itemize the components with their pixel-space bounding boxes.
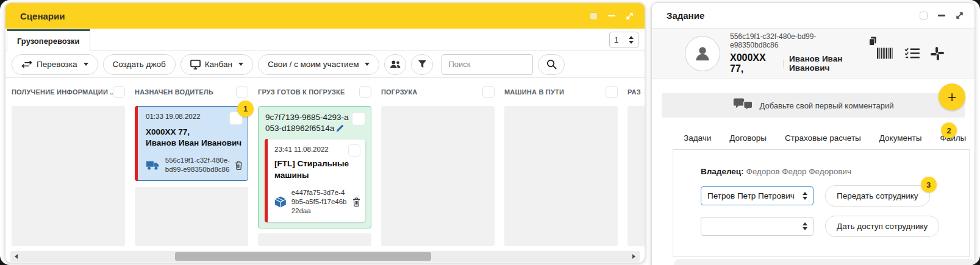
- slack-icon[interactable]: [931, 47, 944, 60]
- task-id: 556c19f1-c32f-480e-bd99-e98350bd8c86: [730, 32, 864, 49]
- barcode-icon[interactable]: [877, 48, 893, 59]
- tab-tasks[interactable]: Задачи: [684, 133, 711, 149]
- card-timestamp: 01:33 19.08.2022: [146, 111, 201, 120]
- package-icon: [274, 196, 287, 208]
- card-cargo-title: [FTL] Стиральные машины: [274, 158, 360, 180]
- cargo-group-card[interactable]: 9c7f7139-9685-4293-a053-d18962f6514a 23:…: [258, 106, 371, 228]
- column-title: МАШИНА В ПУТИ: [504, 88, 564, 96]
- filter-funnel-icon: [418, 60, 427, 69]
- task-tabs: Задачи Договоры Страховые расчеты Докуме…: [673, 127, 970, 150]
- people-icon: [390, 60, 401, 69]
- card-driver-name: Иванов Иван Иванович: [146, 138, 243, 149]
- window-title: Сценарии: [20, 11, 65, 21]
- grant-access-button[interactable]: Дать доступ сотруднику: [825, 216, 939, 237]
- driver-card[interactable]: 1 01:33 19.08.2022 Х000ХХ 77, Иванов Ива…: [135, 106, 248, 181]
- empty-column-placeholder: [628, 106, 645, 246]
- minimize-icon[interactable]: [938, 15, 945, 16]
- kanban-column-driver-assigned: НАЗНАЧЕН ВОДИТЕЛЬ 1 01:33 19.08.2022 Х00…: [135, 85, 253, 246]
- chevron-down-icon: [84, 63, 88, 66]
- task-titlebar[interactable]: Задание: [652, 3, 975, 29]
- search-icon: [546, 59, 557, 69]
- scenarios-titlebar[interactable]: Сценарии: [5, 3, 645, 29]
- empty-column-placeholder: [12, 106, 125, 246]
- grant-access-select[interactable]: [701, 217, 814, 236]
- column-select-checkbox[interactable]: [482, 86, 495, 98]
- comment-bar[interactable]: Добавьте свой первый комментарий: [662, 93, 965, 118]
- chevron-down-icon: [238, 63, 243, 66]
- edit-pencil-icon[interactable]: [336, 124, 344, 132]
- column-select-checkbox[interactable]: [236, 86, 248, 98]
- search-button[interactable]: [538, 54, 565, 75]
- tab-freight[interactable]: Грузоперевозки: [7, 29, 90, 51]
- stepper-icon: [803, 222, 807, 230]
- priority-stripe: [135, 106, 138, 181]
- kanban-column-info: ПОЛУЧЕНИЕ ИНФОРМАЦИИ ...: [12, 85, 130, 246]
- copy-icon[interactable]: [868, 37, 877, 46]
- tab-strip: Грузоперевозки 1: [5, 29, 645, 51]
- person-icon: [693, 44, 712, 63]
- column-select-checkbox[interactable]: [359, 86, 371, 98]
- access-panel: Владелец: Федоров Федор Федорович Петров…: [673, 150, 970, 257]
- empty-column-placeholder: [258, 233, 371, 246]
- expand-icon[interactable]: [956, 12, 964, 19]
- scrollbar-thumb[interactable]: [175, 252, 431, 261]
- chevron-down-icon: [365, 63, 370, 66]
- task-header: 556c19f1-c32f-480e-bd99-e98350bd8c86 Х00…: [652, 29, 975, 79]
- minimize-icon[interactable]: [608, 15, 615, 17]
- scenarios-window: Сценарии Грузоперевозки 1 Перевозка: [5, 2, 645, 263]
- checklist-icon[interactable]: [904, 48, 920, 59]
- priority-stripe: [265, 139, 268, 222]
- stepper-icon[interactable]: [629, 36, 634, 44]
- transfer-button[interactable]: Передать сотруднику 3: [825, 185, 930, 207]
- task-window: Задание 556c19f1-c32f-480e-bd99-e98350bd…: [651, 2, 975, 265]
- counter-input[interactable]: 1: [609, 32, 638, 48]
- column-select-checkbox[interactable]: [606, 86, 618, 98]
- window-title: Задание: [667, 10, 704, 21]
- avatar: [685, 36, 720, 71]
- tab-documents[interactable]: Документы: [879, 133, 922, 149]
- create-job-button[interactable]: Создать джоб: [103, 54, 176, 75]
- scroll-right-icon[interactable]: [632, 254, 635, 259]
- owner-label: Владелец:: [701, 167, 744, 176]
- scroll-left-icon[interactable]: [15, 254, 18, 259]
- kanban-column-unloading: РАЗ: [628, 85, 645, 246]
- owner-value: Федоров Федор Федорович: [746, 167, 851, 176]
- popout-icon[interactable]: [920, 12, 928, 19]
- transport-dropdown-button[interactable]: Перевозка: [12, 54, 98, 75]
- window-controls: [590, 3, 634, 29]
- swap-arrows-icon: [21, 60, 32, 68]
- popout-icon[interactable]: [590, 12, 598, 20]
- expand-icon[interactable]: [626, 12, 634, 20]
- column-title: НАЗНАЧЕН ВОДИТЕЛЬ: [135, 88, 213, 96]
- filter-button[interactable]: [411, 54, 433, 75]
- trash-icon[interactable]: [235, 161, 243, 170]
- horizontal-scrollbar[interactable]: [10, 251, 640, 262]
- column-title: ПОГРЗУКА: [381, 88, 417, 96]
- kanban-column-loading: ПОГРЗУКА: [381, 85, 499, 246]
- cargo-card[interactable]: 23:41 11.08.2022 [FTL] Стиральные машины…: [265, 140, 365, 221]
- tab-insurance[interactable]: Страховые расчеты: [785, 133, 861, 149]
- kanban-board: ПОЛУЧЕНИЕ ИНФОРМАЦИИ ... НАЗНАЧЕН ВОДИТЕ…: [5, 78, 645, 246]
- column-title: РАЗ: [628, 88, 641, 96]
- tab-contracts[interactable]: Договоры: [729, 133, 767, 149]
- add-button[interactable]: +: [939, 83, 965, 110]
- kanban-view-dropdown-button[interactable]: Канбан: [181, 54, 253, 75]
- search-input[interactable]: [442, 54, 533, 75]
- truck-icon: [146, 159, 160, 171]
- card-checkbox[interactable]: [352, 112, 365, 125]
- trash-icon[interactable]: [352, 197, 360, 207]
- chat-bubbles-icon: [733, 98, 753, 113]
- column-select-checkbox[interactable]: [113, 86, 125, 98]
- desktop-surface: Сценарии Грузоперевозки 1 Перевозка: [0, 0, 980, 265]
- assignees-button[interactable]: [384, 54, 406, 75]
- card-plate: Х000ХХ 77,: [146, 127, 243, 138]
- kanban-column-cargo-ready: ГРУЗ ГОТОВ К ПОГРУЗКЕ 9c7f7139-9685-4293…: [258, 85, 376, 246]
- empty-column-placeholder: [381, 106, 495, 246]
- stepper-icon: [803, 192, 807, 200]
- card-checkbox[interactable]: [348, 144, 360, 157]
- employee-select[interactable]: Петров Петр Петрович: [701, 186, 814, 205]
- next-section-edge: [674, 259, 975, 265]
- monitor-icon: [190, 60, 201, 69]
- divider: [783, 60, 784, 68]
- scope-filter-dropdown-button[interactable]: Свои / с моим участием: [258, 54, 380, 75]
